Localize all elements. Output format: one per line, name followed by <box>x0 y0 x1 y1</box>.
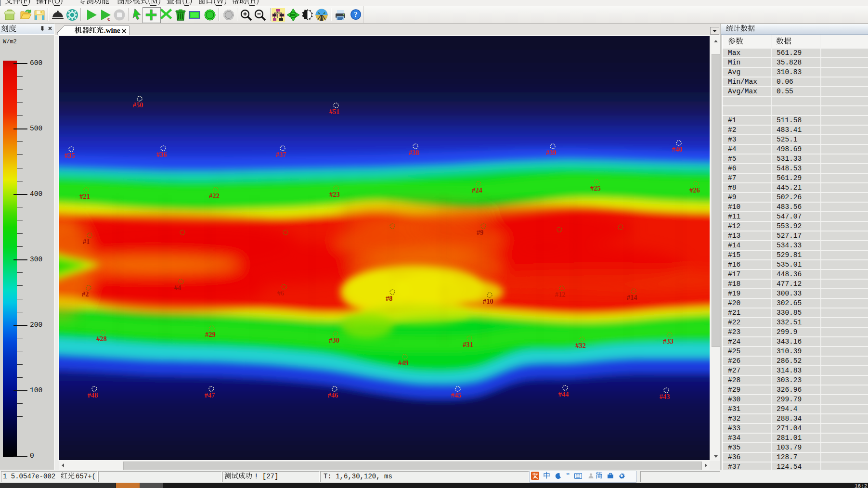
svg-text:#21: #21 <box>79 193 90 200</box>
svg-text:#43: #43 <box>660 393 670 400</box>
svg-text:#28: #28 <box>96 335 107 343</box>
svg-text:#22: #22 <box>209 192 220 200</box>
svg-text:c: c <box>107 15 110 22</box>
svg-text:#14: #14 <box>627 294 637 301</box>
svg-text:#46: #46 <box>328 391 338 399</box>
svg-text:?: ? <box>354 11 357 18</box>
svg-text:#12: #12 <box>555 291 566 298</box>
svg-text:#10: #10 <box>483 297 493 305</box>
svg-text:#40: #40 <box>672 145 683 153</box>
svg-text:#31: #31 <box>463 341 473 348</box>
svg-text:#39: #39 <box>546 149 557 156</box>
svg-text:#32: #32 <box>575 342 586 349</box>
svg-text:#4: #4 <box>174 284 181 292</box>
svg-text:#38: #38 <box>409 149 419 156</box>
svg-text:#35: #35 <box>65 152 75 159</box>
svg-text:#29: #29 <box>205 331 216 338</box>
svg-text:#8: #8 <box>386 295 393 302</box>
svg-text:#30: #30 <box>329 336 339 344</box>
svg-text:#2: #2 <box>82 290 89 298</box>
svg-text:#51: #51 <box>329 108 340 116</box>
svg-text:#36: #36 <box>156 151 167 158</box>
svg-text:#37: #37 <box>276 151 286 158</box>
svg-text:#49: #49 <box>398 359 409 367</box>
svg-text:#1: #1 <box>83 238 90 245</box>
svg-text:#50: #50 <box>133 101 143 109</box>
svg-text:#23: #23 <box>329 191 340 198</box>
svg-text:#47: #47 <box>205 391 215 399</box>
svg-text:#9: #9 <box>477 229 484 236</box>
svg-text:#44: #44 <box>558 390 569 398</box>
svg-text:#45: #45 <box>451 391 462 399</box>
svg-text:#6: #6 <box>277 289 285 297</box>
svg-text:#26: #26 <box>689 186 700 194</box>
svg-text:#33: #33 <box>663 337 674 345</box>
svg-text:#24: #24 <box>472 186 482 194</box>
svg-text:#48: #48 <box>88 391 98 399</box>
svg-text:#25: #25 <box>590 184 601 192</box>
